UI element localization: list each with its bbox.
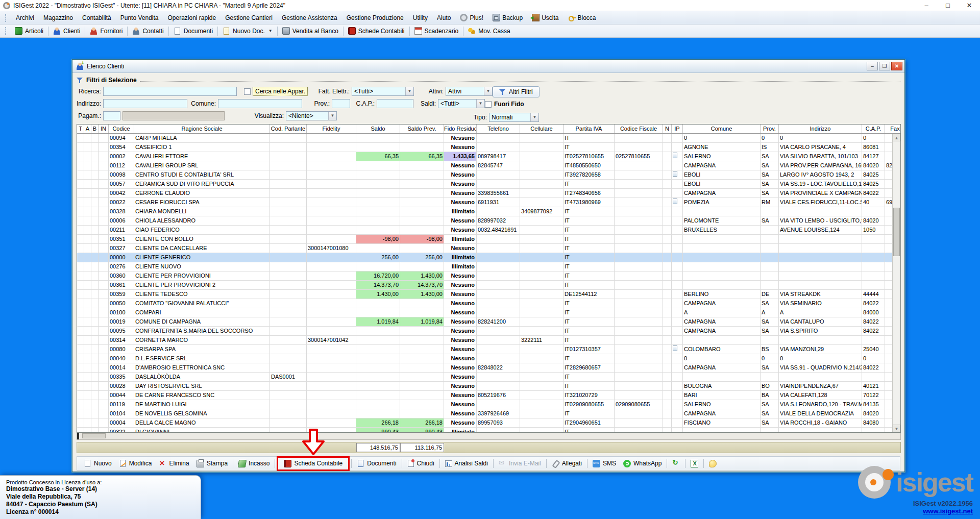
column-header-piva[interactable]: Partita IVA: [564, 125, 615, 133]
menu-punto-vendita[interactable]: Punto Vendita: [116, 13, 163, 23]
table-row[interactable]: 00000CLIENTE GENERICO256,00256,00Illimit…: [77, 253, 900, 262]
menu-gestione-produzione[interactable]: Gestione Produzione: [342, 13, 408, 23]
table-row[interactable]: 00119DE MARTINO LUIGINessunoIT0290908065…: [77, 400, 900, 409]
column-header-ip[interactable]: IP: [672, 125, 683, 133]
pagam-code-input[interactable]: [103, 111, 120, 120]
column-header-indirizzo[interactable]: Indirizzo: [779, 125, 862, 133]
table-row[interactable]: 00314CORNETTA MARCO3000147001042Nessuno3…: [77, 336, 900, 345]
column-header-fidelity[interactable]: Fidelity: [307, 125, 356, 133]
table-row[interactable]: 00057CERAMICA SUD DI VITO REPPUCCIANessu…: [77, 180, 900, 189]
window-maximize-button[interactable]: ❐: [879, 62, 890, 70]
menu-uscita[interactable]: Uscita: [527, 12, 563, 23]
table-row[interactable]: 00276CLIENTE NUOVOIllimitatoIT: [77, 262, 900, 271]
button-chiudi[interactable]: Chiudi: [404, 458, 438, 468]
table-row[interactable]: 00327CLIENTE DA CANCELLARE3000147001080N…: [77, 244, 900, 253]
button-allegati[interactable]: Allegati: [548, 458, 585, 469]
column-header-saldoprev[interactable]: Saldo Prev.: [400, 125, 444, 133]
brand-url[interactable]: www.isigest.net: [858, 507, 973, 515]
toolbar-scadenzario[interactable]: Scadenzario: [411, 26, 462, 36]
fuori-fido-checkbox[interactable]: [485, 101, 492, 108]
horizontal-scrollbar[interactable]: [77, 433, 901, 440]
menu-contabilit[interactable]: Contabilità: [78, 13, 116, 23]
table-row[interactable]: 00050COMITATO "GIOVANNI PALATUCCI"Nessun…: [77, 299, 900, 308]
button-whatsapp[interactable]: WhatsApp: [620, 458, 665, 469]
table-row[interactable]: 00098CENTRO STUDI E CONTABILITA' SRLNess…: [77, 170, 900, 180]
window-close-button[interactable]: ✕: [891, 62, 902, 70]
column-header-prov[interactable]: Prov.: [761, 125, 779, 133]
table-row[interactable]: 00028DAY RISTOSERVICE SRLNessunoITBOLOGN…: [77, 382, 900, 391]
app-minimize-button[interactable]: –: [916, 0, 937, 11]
toolbar-schede-contabili[interactable]: Schede Contabili: [345, 26, 408, 36]
button-analisi-saldi[interactable]: Analisi Saldi: [442, 458, 492, 468]
button-balloon[interactable]: [705, 458, 720, 469]
column-header-saldo[interactable]: Saldo: [356, 125, 400, 133]
prov-input[interactable]: [332, 99, 350, 108]
table-row[interactable]: 00322DI GIOVANNI990,43990,43IllimitatoIT: [77, 428, 900, 432]
table-row[interactable]: 00095CONFRATERNITA S.MARIA DEL SOCCORSON…: [77, 327, 900, 336]
tipo-select[interactable]: Normali▼: [489, 113, 539, 122]
column-header-fax[interactable]: Fax: [885, 125, 901, 133]
table-row[interactable]: 00351CLIENTE CON BOLLO-98,00-98,00Illimi…: [77, 235, 900, 244]
cerca-appar-checkbox[interactable]: [244, 88, 251, 95]
column-header-n[interactable]: N: [663, 125, 672, 133]
toolbar-articoli[interactable]: Articoli: [11, 26, 47, 36]
toolbar-clienti[interactable]: Clienti: [50, 26, 84, 36]
table-row[interactable]: 00359CLIENTE TEDESCO1.430,001.430,00Ness…: [77, 290, 900, 299]
column-header-telefono[interactable]: Telefono: [477, 125, 520, 133]
ricerca-input[interactable]: [103, 87, 237, 96]
table-row[interactable]: 00211CIAO FEDERICONessuno0032.48421691IT…: [77, 226, 900, 235]
table-row[interactable]: 00360CLIENTE PER PROVVIGIONI16.720,001.4…: [77, 271, 900, 281]
window-minimize-button[interactable]: –: [867, 62, 878, 70]
toolbar-documenti[interactable]: Documenti: [170, 27, 216, 36]
altri-filtri-button[interactable]: Altri Filtri: [493, 86, 540, 97]
button-excel[interactable]: [687, 458, 702, 469]
button-nuovo[interactable]: Nuovo: [80, 458, 115, 468]
button-documenti[interactable]: Documenti: [353, 458, 400, 468]
button-incasso[interactable]: Incasso: [235, 458, 273, 469]
button-modifica[interactable]: Modifica: [115, 458, 156, 468]
menu-gestione-assistenza[interactable]: Gestione Assistenza: [277, 13, 342, 23]
table-row[interactable]: 00044DE CARNE FRANCESCO SNCNessuno805219…: [77, 391, 900, 400]
menu-utility[interactable]: Utility: [408, 13, 432, 23]
menu-plus[interactable]: Plus!: [455, 12, 488, 23]
column-header-cellulare[interactable]: Cellulare: [520, 125, 564, 133]
column-header-codparl[interactable]: Cod. Parlante: [270, 125, 307, 133]
column-header-b[interactable]: B: [91, 125, 99, 133]
menu-backup[interactable]: Backup: [488, 12, 527, 23]
table-row[interactable]: 00104DE NOVELLIS GELSOMINANessuno3397926…: [77, 409, 900, 418]
table-row[interactable]: 00361CLIENTE PER PROVVIGIONI 214.373,701…: [77, 281, 900, 290]
fatt-elettr-select[interactable]: <Tutti>▼: [352, 87, 414, 96]
table-row[interactable]: 00080CRISARPA SPANessunoIT0127310357COLO…: [77, 345, 900, 354]
toolbar-contatti[interactable]: Contatti: [129, 26, 167, 36]
button-invia-e-mail[interactable]: Invia E-Mail: [495, 458, 545, 469]
toolbar-nuovo-doc[interactable]: Nuovo Doc.▼: [219, 27, 276, 36]
scroll-up-icon[interactable]: ▲: [893, 134, 900, 141]
table-row[interactable]: 00002CAVALIERI ETTORE66,3566,351.433,650…: [77, 152, 900, 161]
toolbar-mov-cassa[interactable]: Mov. Cassa: [464, 26, 513, 36]
button-sync[interactable]: [669, 458, 683, 469]
column-header-codice[interactable]: Codice: [109, 125, 134, 133]
cap-input[interactable]: [377, 99, 413, 108]
button-sms[interactable]: SMS: [589, 458, 620, 469]
button-stampa[interactable]: Stampa: [193, 458, 231, 469]
indirizzo-input[interactable]: [103, 99, 187, 108]
saldi-select[interactable]: <Tutti>▼: [438, 99, 485, 108]
vertical-scrollbar[interactable]: ▲ ▼: [892, 134, 900, 432]
table-row[interactable]: 00006CHIOLA ALESSANDRONessuno828997032IT…: [77, 216, 900, 226]
table-row[interactable]: 00042CERRONE CLAUDIONessuno3398355661IT2…: [77, 189, 900, 198]
menu-gestione-cantieri[interactable]: Gestione Cantieri: [220, 13, 277, 23]
menu-operazioni-rapide[interactable]: Operazioni rapide: [163, 13, 220, 23]
column-header-cap[interactable]: C.A.P.: [862, 125, 885, 133]
column-header-cf[interactable]: Codice Fiscale: [615, 125, 663, 133]
table-row[interactable]: 00100COMPARINessunoITAAA84000: [77, 308, 900, 317]
app-maximize-button[interactable]: □: [937, 0, 959, 11]
comune-input[interactable]: [218, 99, 302, 108]
menu-archivi[interactable]: Archivi: [11, 13, 39, 23]
menu-blocca[interactable]: Blocca: [564, 12, 601, 23]
column-header-a[interactable]: A: [84, 125, 91, 133]
table-row[interactable]: 00112CAVALIERI GROUP SRLNessuno82845747I…: [77, 161, 900, 170]
table-row[interactable]: 00004DELLA CALCE MAGNO266,18266,18Nessun…: [77, 418, 900, 428]
table-row[interactable]: 00354CASEIFICIO 1NessunoITAGNONEISVIA CA…: [77, 143, 900, 152]
menu-aiuto[interactable]: Aiuto: [432, 13, 455, 23]
toolbar-fornitori[interactable]: Fornitori: [86, 26, 126, 36]
